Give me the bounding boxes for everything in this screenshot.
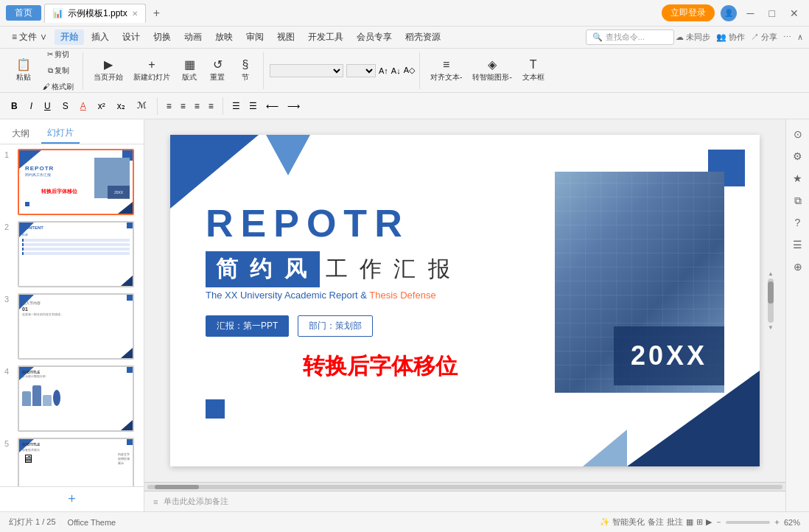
- justify-button[interactable]: ≡: [206, 99, 217, 113]
- format-paint-button[interactable]: 🖌 格式刷: [38, 80, 78, 94]
- notes-button[interactable]: 备注: [648, 517, 664, 528]
- bullet-list-button[interactable]: ☰: [229, 99, 243, 113]
- menu-member[interactable]: 会员专享: [351, 29, 398, 45]
- increase-font-button[interactable]: A↑: [379, 66, 388, 75]
- indent-decrease-button[interactable]: ⟵: [263, 99, 281, 113]
- copy-button[interactable]: ⧉ 复制: [38, 63, 78, 78]
- font-selector[interactable]: [270, 64, 343, 77]
- slide-number-4: 4: [4, 365, 15, 376]
- english-subtitle: The XX University Academic Report & Thes…: [206, 290, 436, 301]
- menu-insert[interactable]: 插入: [85, 29, 115, 45]
- text-effect-button[interactable]: A◇: [404, 66, 415, 75]
- zoom-in-button[interactable]: ＋: [773, 517, 781, 528]
- horizontal-scroll-area[interactable]: [144, 482, 785, 491]
- command-search[interactable]: 🔍 查找命令...: [586, 29, 674, 45]
- bold-button[interactable]: B: [6, 99, 23, 113]
- menu-design[interactable]: 设计: [116, 29, 146, 45]
- zoom-slider[interactable]: [726, 521, 770, 524]
- minimize-button[interactable]: ─: [743, 7, 759, 19]
- slides-tab[interactable]: 幻灯片: [41, 124, 80, 144]
- slide-thumb-4: SUBTITLE 多元统计数据分析: [18, 365, 134, 432]
- slide-item-3[interactable]: 3 第入节内容 01 这是第一部分的内容文本描述...: [4, 293, 139, 360]
- slide-item-4[interactable]: 4 SUBTITLE 多元统计数据分析: [4, 365, 139, 432]
- horizontal-scrollbar-thumb[interactable]: [155, 485, 199, 489]
- clear-format-button[interactable]: ℳ: [133, 99, 151, 113]
- home-button[interactable]: 首页: [6, 5, 41, 21]
- decrease-font-button[interactable]: A↓: [391, 66, 401, 75]
- menu-developer[interactable]: 开发工具: [302, 29, 349, 45]
- layout-button[interactable]: ▦ 版式: [176, 57, 203, 85]
- align-text-button[interactable]: ≡ 对齐文本-: [426, 57, 466, 85]
- grid-view-button[interactable]: ⊞: [696, 517, 703, 527]
- section-button[interactable]: § 节: [232, 57, 259, 85]
- canvas-scroll[interactable]: ▲ ▼ REPOTR 简 约: [144, 119, 785, 482]
- maximize-button[interactable]: □: [765, 7, 780, 19]
- zoom-out-button[interactable]: －: [715, 517, 723, 528]
- slide-item-2[interactable]: 2 CONTENT 目录: [4, 221, 139, 287]
- menu-resources[interactable]: 稻壳资源: [399, 29, 446, 45]
- beautify-button[interactable]: ✨ 智能美化: [600, 517, 645, 528]
- text-box-button[interactable]: T 文本框: [518, 57, 549, 85]
- normal-view-button[interactable]: ▦: [686, 517, 693, 527]
- new-slide-button[interactable]: + 新建幻灯片: [129, 57, 175, 85]
- close-button[interactable]: ✕: [785, 7, 803, 19]
- report-button[interactable]: 汇报：第一PPT: [206, 315, 289, 337]
- present-button[interactable]: ▶: [706, 517, 712, 527]
- rs-add-button[interactable]: ⊕: [789, 258, 807, 276]
- rs-star-button[interactable]: ★: [789, 169, 807, 187]
- collapse-button[interactable]: ∧: [797, 32, 803, 42]
- login-button[interactable]: 立即登录: [662, 4, 715, 21]
- subtitle-row: 简 约 风 工 作 汇 报: [206, 251, 459, 287]
- collab-button[interactable]: 👥 协作: [716, 32, 745, 43]
- rs-adjust-button[interactable]: ⚙: [789, 147, 807, 165]
- numbered-list-button[interactable]: ☰: [246, 99, 260, 113]
- strikethrough-button[interactable]: S: [58, 99, 73, 113]
- rs-help-button[interactable]: ?: [789, 214, 807, 231]
- menu-view[interactable]: 视图: [271, 29, 301, 45]
- clipboard-group: 📋 粘贴 ✂ 剪切 ⧉ 复制 🖌 格式刷: [6, 52, 83, 89]
- underline-button[interactable]: U: [40, 99, 55, 113]
- cut-button[interactable]: ✂ 剪切: [38, 49, 78, 62]
- menu-file[interactable]: ≡ 文件 ∨: [6, 29, 53, 45]
- reset-button[interactable]: ↺ 重置: [204, 57, 231, 85]
- italic-button[interactable]: I: [26, 99, 37, 113]
- rs-plugin-button[interactable]: ☰: [789, 236, 807, 253]
- panel-bottom: +: [0, 486, 144, 511]
- subscript-button[interactable]: x₂: [113, 99, 130, 113]
- indent-increase-button[interactable]: ⟶: [284, 99, 303, 113]
- current-start-button[interactable]: ▶ 当页开始: [89, 57, 127, 85]
- paste-button[interactable]: 📋 粘贴: [10, 57, 37, 85]
- file-tab[interactable]: 📊 示例模板1.pptx ✕: [44, 4, 146, 23]
- dept-button[interactable]: 部门：策划部: [298, 315, 373, 337]
- font-color-button[interactable]: A: [76, 99, 91, 113]
- menu-slideshow[interactable]: 放映: [209, 29, 239, 45]
- tab-close-icon[interactable]: ✕: [132, 10, 138, 18]
- align-center-button[interactable]: ≡: [178, 99, 189, 113]
- menu-review[interactable]: 审阅: [240, 29, 270, 45]
- notes-placeholder[interactable]: 单击此处添加备注: [164, 496, 228, 507]
- canvas-bottom: ≡ 单击此处添加备注: [144, 491, 785, 511]
- menu-transition[interactable]: 切换: [147, 29, 177, 45]
- rs-screen-button[interactable]: ⧉: [789, 192, 807, 209]
- slide-background: REPOTR 简 约 风 工 作 汇 报 The XX University A…: [170, 135, 760, 466]
- menu-animation[interactable]: 动画: [178, 29, 208, 45]
- zoom-control: － ＋ 62%: [715, 517, 800, 528]
- building-image: 20XX: [555, 172, 724, 393]
- more-button[interactable]: ⋯: [783, 32, 791, 42]
- add-tab-button[interactable]: +: [149, 7, 164, 20]
- align-left-button[interactable]: ≡: [164, 99, 175, 113]
- top-triangle-deco: [266, 135, 310, 175]
- align-right-button[interactable]: ≡: [192, 99, 203, 113]
- font-size-selector[interactable]: [346, 64, 376, 77]
- comments-button[interactable]: 批注: [667, 517, 683, 528]
- share-button[interactable]: ↗ 分享: [751, 32, 777, 43]
- menu-start[interactable]: 开始: [55, 29, 84, 45]
- slide-item-1[interactable]: 1 REPOTR 简约风工作汇报 20XX: [4, 149, 139, 215]
- smart-art-button[interactable]: ◈ 转智能图形-: [468, 57, 516, 85]
- add-slide-button[interactable]: +: [68, 491, 76, 507]
- superscript-button[interactable]: x²: [94, 99, 110, 113]
- horizontal-scrollbar[interactable]: [147, 485, 782, 489]
- outline-tab[interactable]: 大纲: [6, 125, 35, 143]
- slide-item-5[interactable]: 5 SUBTITLE 设备技术展示 🖥 内容文字说明区域展示: [4, 438, 139, 486]
- rs-expand-button[interactable]: ⊙: [789, 125, 807, 143]
